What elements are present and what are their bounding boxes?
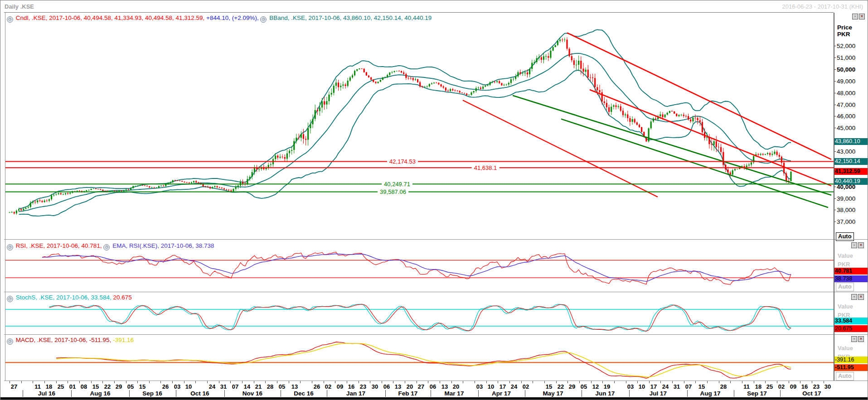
- x-axis-day-label: 20: [453, 383, 459, 390]
- x-axis-day-label: 19: [604, 383, 610, 390]
- x-axis-month-separator: [71, 390, 72, 397]
- x-axis-day-label: 14: [244, 383, 250, 390]
- candle-legend-text: Cndl, .KSE, 2017-10-06, 40,494.58, 41,33…: [16, 14, 205, 21]
- macd-signal-badge: -391.16: [834, 357, 868, 363]
- x-axis-day-label: 06: [430, 383, 436, 390]
- x-axis-day-label: 24: [662, 383, 669, 390]
- price-axis-badge: 40,440.19: [834, 178, 868, 185]
- price-tick-label: 46,000: [834, 113, 855, 119]
- axis-border: [834, 13, 834, 381]
- x-axis-day-label: 05: [127, 383, 134, 390]
- x-axis-month-label: Jul 17: [650, 390, 667, 397]
- clock-icon[interactable]: ◷: [260, 16, 267, 23]
- titlebar-separator: [4, 12, 834, 13]
- x-axis-day-label: 27: [418, 383, 424, 390]
- x-axis-month-separator: [385, 390, 386, 397]
- x-axis-day-label: 18: [46, 383, 52, 390]
- x-axis-day-label: 15: [139, 383, 145, 390]
- bottom-strip: [0, 397, 868, 400]
- x-axis-month-separator: [780, 390, 781, 397]
- x-axis-day-label: 05: [279, 383, 285, 390]
- macd-legend-text: MACD, .KSE, 2017-10-06, -511.95,: [16, 337, 112, 343]
- stoch-close-button[interactable]: ✕: [858, 294, 864, 300]
- x-axis-day-label: 30: [824, 383, 831, 390]
- x-axis-month-separator: [478, 390, 479, 397]
- stoch-k-badge: 33.584: [834, 318, 868, 324]
- x-axis-day-label: 24: [511, 383, 517, 390]
- stoch-value-label: Value: [838, 303, 853, 310]
- x-axis-day-label: 15: [546, 383, 552, 390]
- x-axis-month-separator: [734, 390, 734, 397]
- price-tick-label: 50,000: [834, 66, 855, 72]
- x-axis-day-label: 10: [639, 383, 645, 390]
- minimize-button[interactable]: ▫: [852, 14, 858, 19]
- x-axis-day-label: 07: [685, 383, 692, 390]
- rsi-close-button[interactable]: ✕: [858, 242, 864, 248]
- x-axis-day-label: 12: [592, 383, 599, 390]
- clock-icon[interactable]: ◷: [7, 16, 13, 23]
- x-axis-month-label: Mar 17: [445, 390, 464, 397]
- x-axis-day-label: 15: [698, 383, 705, 390]
- x-axis-month-label: May 17: [543, 390, 563, 397]
- x-axis-month-label: Oct 17: [802, 390, 821, 397]
- price-axis-title: Price PKR: [837, 24, 852, 38]
- x-axis-day-label: 28: [720, 383, 727, 390]
- x-axis-month-label: Oct 16: [190, 390, 209, 397]
- x-axis-day-label: 03: [627, 383, 634, 390]
- x-axis-day-label: 07: [232, 383, 238, 390]
- macd-auto-button[interactable]: Auto: [836, 372, 854, 381]
- x-axis-month-separator: [525, 390, 525, 397]
- x-axis-month-separator: [129, 390, 130, 397]
- price-auto-button[interactable]: Auto: [836, 232, 854, 241]
- x-axis-day-label: 24: [209, 383, 215, 390]
- clock-icon[interactable]: ◷: [7, 296, 13, 302]
- rsi-unit-label: PKR: [838, 261, 850, 268]
- price-tick-label: 45,000: [834, 125, 855, 131]
- x-axis-day-label: 11: [743, 383, 750, 390]
- x-axis-month-label: Apr 17: [492, 390, 511, 397]
- price-axis-badge: 41,312.59: [834, 168, 868, 175]
- x-axis-month-separator: [629, 390, 630, 397]
- bband-legend-text: BBand, .KSE, 2017-10-06, 43,860.10, 42,1…: [269, 14, 432, 21]
- price-tick-label: 49,000: [834, 78, 855, 84]
- price-tick-label: 51,000: [834, 54, 855, 61]
- x-axis-month-label: Nov 16: [242, 390, 262, 397]
- date-range-label: 2016-06-23 - 2017-10-31 (KHI): [782, 3, 863, 10]
- x-axis-day-label: 13: [291, 383, 298, 390]
- price-tick-label: 37,000: [834, 218, 855, 225]
- x-axis-month-label: Jan 17: [346, 390, 365, 397]
- stoch-minimize-button[interactable]: ▫: [851, 294, 857, 300]
- x-axis-day-label: 22: [558, 383, 564, 390]
- stoch-d-badge: 20.675: [834, 325, 868, 332]
- x-axis-day-label: 30: [372, 383, 378, 390]
- panel-separator: [4, 292, 868, 292]
- price-axis-badge: 43,860.10: [834, 138, 868, 145]
- x-axis-day-label: 03: [476, 383, 483, 390]
- x-axis-month-label: Feb 17: [398, 390, 418, 397]
- x-axis-day-label: 02: [325, 383, 331, 390]
- x-axis-day-label: 05: [581, 383, 587, 390]
- x-axis-day-label: 28: [267, 383, 273, 390]
- clock-icon[interactable]: ◷: [7, 338, 13, 345]
- clock-icon[interactable]: ◷: [7, 244, 13, 251]
- x-axis-day-label: 08: [81, 383, 87, 390]
- x-axis-day-label: 02: [778, 383, 785, 390]
- x-axis-month-label: Dec 16: [294, 390, 314, 397]
- x-axis-day-label: 17: [499, 383, 506, 390]
- x-axis-month-separator: [582, 390, 582, 397]
- clock-icon[interactable]: ◷: [103, 244, 110, 251]
- x-axis-day-label: 22: [104, 383, 111, 390]
- price-axis-title-line1: Price: [837, 24, 852, 31]
- rsi-auto-button[interactable]: Auto: [836, 283, 854, 291]
- macd-minimize-button[interactable]: ▫: [851, 336, 857, 342]
- macd-close-button[interactable]: ✕: [858, 336, 864, 342]
- window-title: Daily .KSE: [5, 3, 34, 10]
- close-button[interactable]: ✕: [859, 14, 865, 19]
- rsi-value-badge: 40.781: [834, 268, 868, 275]
- x-axis-month-separator: [687, 390, 688, 397]
- plot-left-border: [5, 13, 5, 381]
- rsi-ema-value-badge: 38.738: [834, 275, 868, 282]
- rsi-minimize-button[interactable]: ▫: [851, 242, 857, 248]
- x-axis-month-label: Aug 17: [700, 390, 720, 397]
- x-axis-month-separator: [224, 390, 225, 397]
